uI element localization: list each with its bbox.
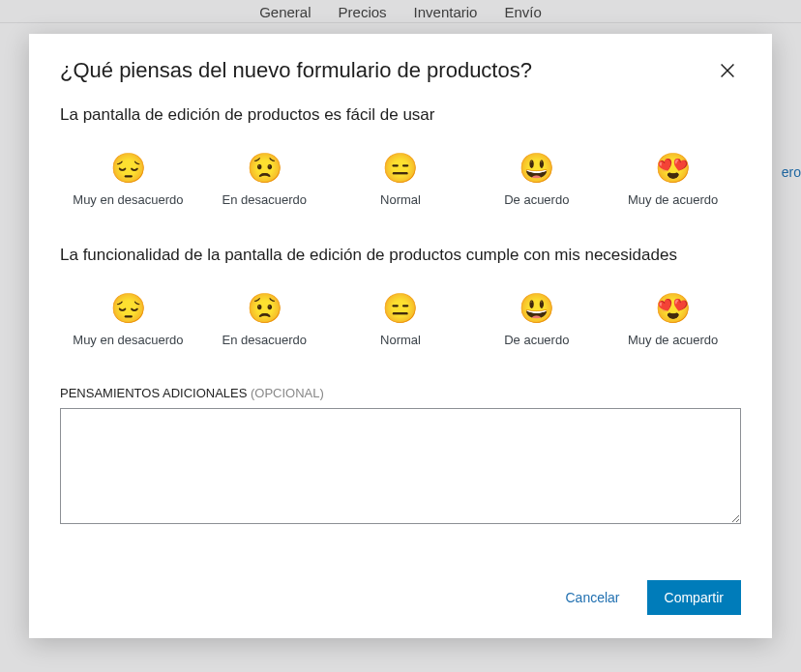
- scale-2-option-5[interactable]: 😍 Muy de acuerdo: [605, 294, 741, 347]
- scale-2: 😔 Muy en desacuerdo 😟 En desacuerdo 😑 No…: [60, 294, 741, 347]
- heart-eyes-face-icon: 😍: [655, 294, 691, 323]
- feedback-modal: ¿Qué piensas del nuevo formulario de pro…: [29, 34, 772, 638]
- scale-label: Muy de acuerdo: [628, 333, 718, 347]
- neutral-face-icon: 😑: [382, 154, 418, 183]
- scale-1-option-4[interactable]: 😃 De acuerdo: [468, 154, 605, 207]
- scale-label: En desacuerdo: [222, 192, 306, 207]
- cancel-button[interactable]: Cancelar: [554, 582, 632, 613]
- question-2: La funcionalidad de la pantalla de edici…: [60, 246, 741, 265]
- pensive-face-icon: 😔: [110, 294, 146, 323]
- question-1: La pantalla de edición de productos es f…: [60, 105, 741, 125]
- scale-1-option-2[interactable]: 😟 En desacuerdo: [196, 154, 333, 207]
- scale-label: Muy en desacuerdo: [73, 192, 183, 207]
- heart-eyes-face-icon: 😍: [655, 154, 691, 183]
- scale-1-option-3[interactable]: 😑 Normal: [333, 154, 469, 207]
- scale-label: Normal: [380, 192, 421, 207]
- pensive-face-icon: 😔: [110, 154, 146, 183]
- scale-label: De acuerdo: [504, 192, 569, 207]
- close-button[interactable]: [714, 57, 741, 84]
- submit-button[interactable]: Compartir: [647, 580, 741, 615]
- worried-face-icon: 😟: [247, 154, 282, 183]
- scale-2-option-1[interactable]: 😔 Muy en desacuerdo: [60, 294, 196, 347]
- smiling-face-icon: 😃: [519, 294, 554, 323]
- modal-title: ¿Qué piensas del nuevo formulario de pro…: [60, 58, 532, 83]
- modal-body-scroll[interactable]: La pantalla de edición de productos es f…: [29, 96, 772, 561]
- scale-label: Muy en desacuerdo: [73, 333, 183, 347]
- scale-1: 😔 Muy en desacuerdo 😟 En desacuerdo 😑 No…: [60, 154, 741, 207]
- close-icon: [717, 60, 738, 81]
- scale-label: Muy de acuerdo: [628, 192, 718, 207]
- neutral-face-icon: 😑: [382, 294, 418, 323]
- scale-label: En desacuerdo: [222, 333, 306, 347]
- scale-1-option-1[interactable]: 😔 Muy en desacuerdo: [60, 154, 196, 207]
- scale-2-option-4[interactable]: 😃 De acuerdo: [468, 294, 605, 347]
- scale-2-option-3[interactable]: 😑 Normal: [333, 294, 469, 347]
- comments-textarea[interactable]: [60, 408, 741, 524]
- scale-label: Normal: [380, 333, 421, 347]
- comments-label: PENSAMIENTOS ADICIONALES (OPCIONAL): [60, 386, 741, 400]
- scale-2-option-2[interactable]: 😟 En desacuerdo: [196, 294, 333, 347]
- scale-label: De acuerdo: [504, 333, 569, 347]
- worried-face-icon: 😟: [247, 294, 282, 323]
- smiling-face-icon: 😃: [519, 154, 554, 183]
- scale-1-option-5[interactable]: 😍 Muy de acuerdo: [605, 154, 741, 207]
- comments-optional: (OPCIONAL): [251, 386, 324, 400]
